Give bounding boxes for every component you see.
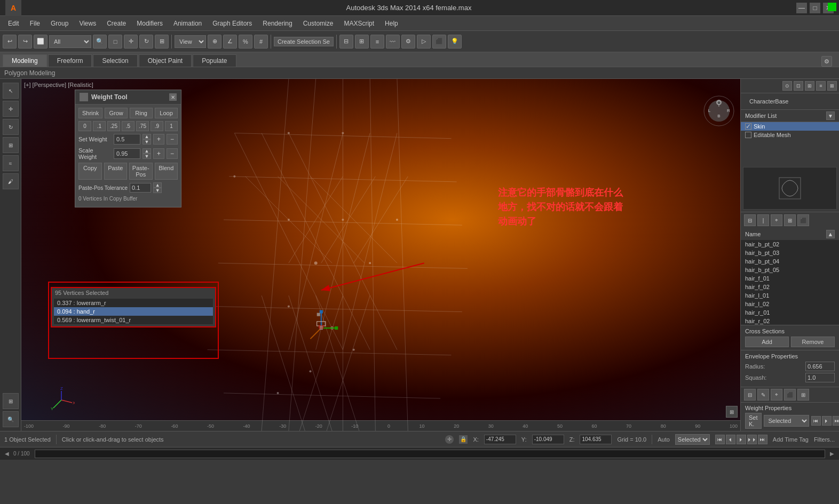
wt-scale-weight-down[interactable]: ▼ bbox=[143, 154, 151, 159]
ep-radius-input[interactable] bbox=[805, 362, 835, 371]
ri-btn1[interactable]: ⊟ bbox=[744, 214, 756, 226]
pb-end[interactable]: ⏭ bbox=[758, 435, 767, 444]
lp-zoom[interactable]: 🔍 bbox=[3, 411, 19, 427]
wt-set-weight-minus[interactable]: − bbox=[167, 134, 178, 145]
lp-rotate-tool[interactable]: ↻ bbox=[3, 119, 19, 135]
pb-play[interactable]: ⏵ bbox=[737, 435, 746, 444]
cs-add-btn[interactable]: Add bbox=[745, 337, 789, 347]
tab-populate[interactable]: Populate bbox=[193, 54, 236, 67]
menu-rendering[interactable]: Rendering bbox=[257, 18, 297, 29]
z-coordinate-input[interactable] bbox=[580, 435, 612, 444]
menu-animation[interactable]: Animation bbox=[168, 18, 207, 29]
wt-paste-tolerance-input[interactable] bbox=[130, 183, 151, 193]
tb-render-setup[interactable]: ⚙ bbox=[401, 35, 415, 49]
viewport[interactable]: [+] [Perspective] [Realistic] T B L R ⊕ … bbox=[21, 79, 740, 431]
bone-hair-r-01[interactable]: hair_r_01 bbox=[741, 308, 839, 317]
tb-move[interactable]: ✛ bbox=[124, 35, 138, 49]
wp-prev-btn[interactable]: ⏮ bbox=[811, 416, 821, 426]
menu-file[interactable]: File bbox=[25, 18, 45, 29]
wt-scale-weight-up[interactable]: ▲ bbox=[143, 148, 151, 154]
bone-hair-b-pt-05[interactable]: hair_b_pt_05 bbox=[741, 266, 839, 274]
tb-redo[interactable]: ↪ bbox=[18, 35, 32, 49]
editable-mesh-checkbox[interactable] bbox=[745, 132, 751, 138]
wt-paste-tol-down[interactable]: ▼ bbox=[153, 188, 162, 193]
x-coordinate-input[interactable] bbox=[484, 435, 516, 444]
modifier-editable-mesh[interactable]: Editable Mesh bbox=[741, 131, 839, 139]
wt-grow-btn[interactable]: Grow bbox=[105, 108, 128, 118]
ep-squash-input[interactable] bbox=[805, 373, 835, 382]
tb-layer[interactable]: ≡ bbox=[370, 35, 384, 49]
ri-btn4[interactable]: ⊞ bbox=[784, 214, 796, 226]
menu-help[interactable]: Help bbox=[379, 18, 403, 29]
bone-hair-l-01[interactable]: hair_l_01 bbox=[741, 291, 839, 300]
bone-hair-r-02[interactable]: hair_r_02 bbox=[741, 317, 839, 325]
tb-render[interactable]: ▷ bbox=[417, 35, 431, 49]
tab-object-paint[interactable]: Object Paint bbox=[139, 54, 192, 67]
bone-hair-b-pt-02[interactable]: hair_b_pt_02 bbox=[741, 240, 839, 249]
tab-options-btn[interactable]: ⚙ bbox=[821, 56, 832, 67]
wp-selected-dropdown[interactable]: Selected All Vertices bbox=[764, 415, 809, 427]
wt-num-25[interactable]: .25 bbox=[107, 121, 120, 131]
create-selection-set-btn[interactable]: Create Selection Se bbox=[274, 37, 334, 46]
y-coordinate-input[interactable] bbox=[532, 435, 564, 444]
wt-set-weight-up[interactable]: ▲ bbox=[143, 134, 151, 139]
tb-activeshade[interactable]: 💡 bbox=[448, 35, 462, 49]
tb-render-frame[interactable]: ⬛ bbox=[432, 35, 446, 49]
lp-select-tool[interactable]: ↖ bbox=[3, 83, 19, 99]
weight-mode-dropdown[interactable]: Selected All bbox=[675, 434, 710, 445]
vertex-item-hand[interactable]: 0.094 : hand_r bbox=[54, 307, 213, 316]
lp-viewport-nav[interactable]: ⊞ bbox=[3, 393, 19, 409]
env-icon4[interactable]: ⬛ bbox=[784, 389, 796, 401]
tb-select[interactable]: ⬜ bbox=[34, 35, 48, 49]
vertex-item-lowerarm-twist[interactable]: 0.569 : lowerarm_twist_01_r bbox=[54, 316, 213, 324]
bone-hair-b-pt-04[interactable]: hair_b_pt_04 bbox=[741, 257, 839, 266]
menu-edit[interactable]: Edit bbox=[3, 18, 25, 29]
tab-selection[interactable]: Selection bbox=[93, 54, 137, 67]
wt-paste-btn[interactable]: Paste bbox=[104, 163, 128, 180]
wt-num-75[interactable]: .75 bbox=[136, 121, 149, 131]
minimize-button[interactable]: — bbox=[796, 3, 807, 13]
wt-set-weight-down[interactable]: ▼ bbox=[143, 139, 151, 145]
lp-move-tool[interactable]: ✛ bbox=[3, 101, 19, 117]
wt-paste-pos-btn[interactable]: Paste-Pos bbox=[129, 163, 153, 180]
tb-rotate[interactable]: ↻ bbox=[139, 35, 153, 49]
tb-mirror[interactable]: ⊟ bbox=[339, 35, 353, 49]
wt-shrink-btn[interactable]: Shrink bbox=[78, 108, 102, 118]
bone-hair-f-01[interactable]: hair_f_01 bbox=[741, 274, 839, 283]
wt-scale-weight-minus[interactable]: − bbox=[167, 148, 178, 159]
menu-views[interactable]: Views bbox=[74, 18, 101, 29]
tab-modeling[interactable]: Modeling bbox=[3, 54, 47, 67]
wt-scale-weight-plus[interactable]: + bbox=[153, 148, 164, 159]
wt-loop-btn[interactable]: Loop bbox=[155, 108, 178, 118]
tb-selection-filter[interactable]: All Geometry Shapes bbox=[49, 35, 91, 48]
env-icon1[interactable]: ⊟ bbox=[744, 389, 756, 401]
wp-play-btn[interactable]: ⏵ bbox=[822, 416, 832, 426]
menu-group[interactable]: Group bbox=[45, 18, 74, 29]
tb-view-dropdown[interactable]: View World Local bbox=[175, 35, 206, 48]
bone-hair-f-02[interactable]: hair_f_02 bbox=[741, 283, 839, 291]
menu-maxscript[interactable]: MAXScript bbox=[338, 18, 379, 29]
bone-list-sort[interactable]: ▲ bbox=[826, 230, 835, 238]
menu-graph-editors[interactable]: Graph Editors bbox=[207, 18, 257, 29]
cs-remove-btn[interactable]: Remove bbox=[791, 337, 835, 347]
modifier-list-dropdown[interactable]: ▼ bbox=[826, 111, 835, 120]
skin-checkbox[interactable]: ✓ bbox=[745, 123, 751, 130]
wt-paste-tol-up[interactable]: ▲ bbox=[153, 182, 162, 188]
wt-num-5[interactable]: .5 bbox=[122, 121, 134, 131]
tb-spinner-snap[interactable]: # bbox=[254, 35, 268, 49]
wt-scale-weight-input[interactable] bbox=[114, 148, 140, 159]
tb-select-region[interactable]: □ bbox=[108, 35, 122, 49]
wt-set-weight-input[interactable] bbox=[114, 134, 140, 145]
wt-copy-btn[interactable]: Copy bbox=[78, 163, 102, 180]
wt-blend-btn[interactable]: Blend bbox=[155, 163, 178, 180]
menu-customize[interactable]: Customize bbox=[298, 18, 339, 29]
tb-percent-snap[interactable]: % bbox=[239, 35, 252, 49]
rt-icon4[interactable]: ≡ bbox=[816, 81, 826, 91]
tb-scale[interactable]: ⊞ bbox=[155, 35, 169, 49]
timeline-track[interactable] bbox=[35, 450, 825, 458]
wt-num-9[interactable]: .9 bbox=[151, 121, 163, 131]
wt-num-0[interactable]: 0 bbox=[78, 121, 91, 131]
tb-undo[interactable]: ↩ bbox=[3, 35, 17, 49]
lp-freeform-tool[interactable]: ≈ bbox=[3, 155, 19, 171]
tb-align[interactable]: ⊞ bbox=[355, 35, 369, 49]
